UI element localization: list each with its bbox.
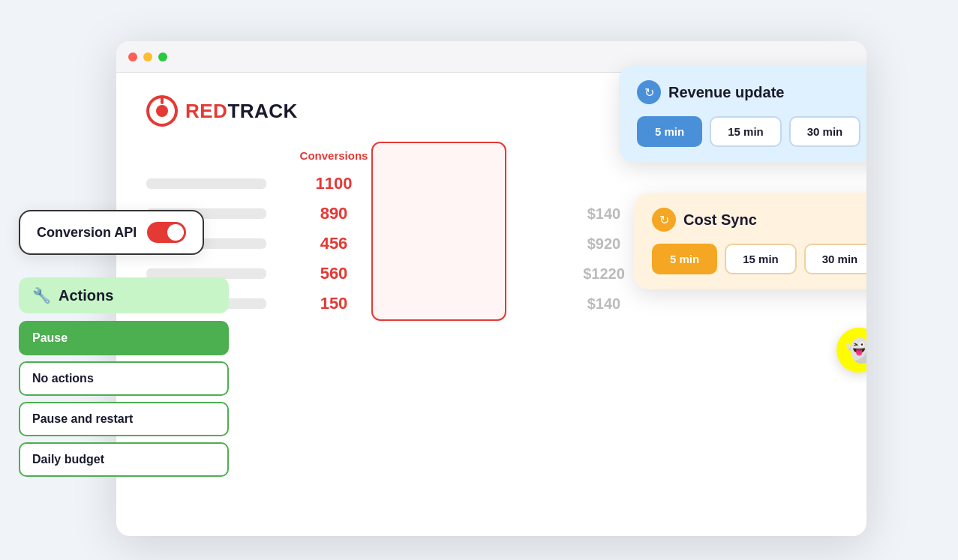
refresh-icon: ↻	[644, 85, 654, 100]
redtrack-logo-icon	[146, 95, 178, 127]
browser-window: REDTRACK Conversions Re... 1100	[116, 41, 866, 536]
actions-card: 🔧 Actions Pause No actions Pause and res…	[19, 277, 229, 483]
svg-point-1	[156, 105, 168, 117]
svg-rect-2	[161, 97, 164, 104]
actions-header: 🔧 Actions	[19, 277, 229, 313]
costsync-15min-button[interactable]: 15 min	[725, 244, 797, 274]
conversion-value: 150	[266, 294, 401, 313]
conversion-value: 456	[266, 234, 401, 253]
action-pauserestart-button[interactable]: Pause and restart	[19, 402, 229, 436]
costsync-popup-header: ↻ Cost Sync	[652, 208, 866, 232]
costsync-icon: ↻	[652, 208, 676, 232]
conversion-api-card: Conversion API	[19, 210, 204, 255]
browser-content: REDTRACK Conversions Re... 1100	[116, 73, 866, 336]
logo-text: REDTRACK	[185, 100, 298, 123]
close-dot[interactable]	[128, 52, 137, 61]
snapchat-icon: 👻	[845, 337, 867, 364]
action-noactions-button[interactable]: No actions	[19, 361, 229, 396]
conversion-value: 1100	[266, 174, 401, 193]
row-label-placeholder	[146, 178, 266, 189]
costsync-30min-button[interactable]: 30 min	[804, 244, 866, 274]
conversion-value: 560	[266, 264, 401, 283]
snapchat-bubble: 👻	[836, 328, 866, 373]
costsync-refresh-icon: ↻	[659, 213, 669, 227]
revenue-icon: ↻	[637, 80, 661, 104]
costsync-5min-button[interactable]: 5 min	[652, 244, 717, 274]
conversion-value: 890	[266, 204, 401, 223]
revenue-time-buttons: 5 min 15 min 30 min	[637, 116, 866, 147]
maximize-dot[interactable]	[158, 52, 167, 61]
toggle-thumb	[167, 224, 184, 241]
revenue-5min-button[interactable]: 5 min	[637, 116, 702, 147]
action-dailybudget-button[interactable]: Daily budget	[19, 442, 229, 477]
revenue-popup-title: Revenue update	[668, 84, 784, 101]
revenue-30min-button[interactable]: 30 min	[789, 116, 861, 147]
wrench-icon: 🔧	[32, 286, 51, 304]
action-pause-button[interactable]: Pause	[19, 321, 229, 355]
revenue-update-popup: ↻ Revenue update 5 min 15 min 30 min	[619, 65, 866, 162]
costsync-time-buttons: 5 min 15 min 30 min	[652, 244, 866, 274]
conversion-api-label: Conversion API	[37, 225, 137, 241]
popup-header: ↻ Revenue update	[637, 80, 866, 104]
minimize-dot[interactable]	[143, 52, 152, 61]
conversion-api-toggle[interactable]	[147, 222, 186, 243]
revenue-value-2: $140	[536, 295, 671, 313]
costsync-popup-title: Cost Sync	[683, 211, 757, 229]
costsync-popup: ↻ Cost Sync 5 min 15 min 30 min	[634, 193, 866, 289]
actions-title: Actions	[59, 287, 113, 304]
revenue-15min-button[interactable]: 15 min	[710, 116, 782, 147]
